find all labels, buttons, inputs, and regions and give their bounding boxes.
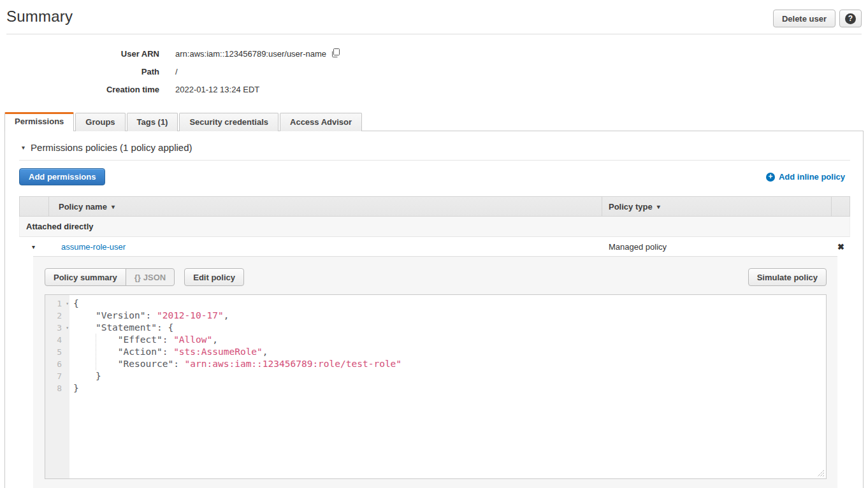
policy-summary-button[interactable]: Policy summary [45, 268, 126, 286]
expander-column-header [20, 197, 48, 216]
sort-caret-icon: ▾ [112, 203, 115, 210]
info-row-user-arn: User ARN arn:aws:iam::123456789:user/use… [0, 45, 868, 62]
policy-type-header-label: Policy type [609, 202, 653, 212]
simulate-policy-button[interactable]: Simulate policy [748, 268, 827, 286]
policy-detail-toolbar: Policy summary {} JSON Edit policy Simul… [45, 268, 827, 286]
editor-resize-handle-icon[interactable] [817, 470, 825, 477]
policy-actions-row: Add permissions + Add inline policy [19, 168, 845, 185]
add-permissions-button[interactable]: Add permissions [19, 168, 105, 185]
path-value: / [175, 67, 178, 76]
json-braces-icon: {} [134, 273, 141, 282]
plus-circle-icon: + [766, 173, 775, 182]
gutter-line: 6 [45, 358, 69, 370]
user-arn-value: arn:aws:iam::123456789:user/user-name [175, 48, 340, 59]
code-line: "Statement": { [73, 322, 826, 334]
editor-code-lines: { "Version": "2012-10-17", "Statement": … [69, 295, 826, 478]
gutter-line: 3▾ [45, 322, 69, 334]
table-header-row: Policy name ▾ Policy type ▾ [19, 196, 850, 217]
policy-type-cell: Managed policy [602, 242, 832, 252]
user-arn-label: User ARN [0, 49, 159, 59]
policy-name-header-label: Policy name [59, 202, 107, 212]
help-button[interactable]: ? [839, 10, 862, 27]
info-row-path: Path / [0, 62, 868, 80]
attached-policies-table: Policy name ▾ Policy type ▾ Attached dir… [19, 196, 850, 488]
row-expander-caret-icon[interactable]: ▾ [19, 243, 48, 250]
code-line: { [73, 298, 826, 310]
indent-guide [96, 334, 96, 370]
code-line: "Action": "sts:AssumeRole", [73, 346, 826, 358]
path-label: Path [0, 67, 159, 76]
header-actions: Delete user ? [773, 8, 862, 27]
page-header: Summary Delete user ? [0, 0, 868, 31]
user-info-section: User ARN arn:aws:iam::123456789:user/use… [0, 45, 868, 98]
policy-type-column-header[interactable]: Policy type ▾ [602, 197, 831, 216]
editor-gutter: 1▾23▾45678 [45, 295, 69, 478]
tab-permissions[interactable]: Permissions [4, 112, 74, 131]
user-arn-text: arn:aws:iam::123456789:user/user-name [175, 49, 326, 59]
group-row-label: Attached directly [26, 222, 93, 231]
actions-column-header [831, 197, 850, 216]
tab-groups[interactable]: Groups [75, 113, 125, 131]
detach-policy-x-icon[interactable]: ✖ [837, 242, 844, 252]
policy-name-cell: assume-role-user [48, 242, 602, 252]
add-inline-policy-label: Add inline policy [779, 172, 845, 182]
edit-policy-button[interactable]: Edit policy [184, 268, 244, 286]
add-inline-policy-link[interactable]: + Add inline policy [766, 172, 845, 182]
tab-access-advisor[interactable]: Access Advisor [280, 113, 362, 131]
policy-name-link[interactable]: assume-role-user [57, 242, 126, 252]
fold-caret-icon[interactable]: ▾ [66, 298, 69, 310]
code-line: "Resource": "arn:aws:iam::123456789:role… [73, 358, 826, 370]
iam-user-summary-page: Summary Delete user ? User ARN arn:aws:i… [0, 0, 868, 488]
code-line: } [73, 382, 826, 394]
creation-time-label: Creation time [0, 85, 159, 94]
policy-name-column-header[interactable]: Policy name ▾ [48, 197, 602, 216]
json-button-label: JSON [143, 273, 166, 282]
fold-caret-icon[interactable]: ▾ [66, 322, 69, 334]
collapse-caret-icon: ▾ [22, 144, 25, 151]
policy-json-editor[interactable]: 1▾23▾45678 { "Version": "2012-10-17", "S… [45, 294, 827, 479]
question-mark-icon: ? [845, 13, 856, 24]
header-divider [6, 34, 862, 34]
permissions-policies-title: Permissions policies (1 policy applied) [31, 142, 192, 153]
gutter-line: 5 [45, 346, 69, 358]
code-line: } [73, 370, 826, 382]
tab-tags[interactable]: Tags (1) [127, 113, 178, 131]
delete-user-button[interactable]: Delete user [773, 10, 835, 27]
code-line: "Effect": "Allow", [73, 334, 826, 346]
table-row-assume-role-user: ▾ assume-role-user Managed policy ✖ [19, 237, 850, 256]
copy-icon[interactable] [331, 48, 340, 59]
gutter-line: 4 [45, 334, 69, 346]
info-row-creation-time: Creation time 2022-01-12 13:24 EDT [0, 80, 868, 98]
policy-detail-expanded-area: Policy summary {} JSON Edit policy Simul… [33, 256, 837, 488]
section-divider [19, 160, 850, 161]
attached-directly-group-row: Attached directly [19, 217, 850, 237]
creation-time-value: 2022-01-12 13:24 EDT [175, 85, 259, 94]
code-line: "Version": "2012-10-17", [73, 310, 826, 322]
view-toggle-group: Policy summary {} JSON [45, 268, 175, 286]
gutter-line: 8 [45, 382, 69, 394]
permissions-tab-panel: ▾ Permissions policies (1 policy applied… [4, 131, 864, 488]
gutter-line: 1▾ [45, 298, 69, 310]
tab-bar: Permissions Groups Tags (1) Security cre… [0, 112, 868, 131]
gutter-line: 2 [45, 310, 69, 322]
json-view-button[interactable]: {} JSON [126, 268, 175, 286]
detach-policy-cell: ✖ [832, 242, 850, 252]
permissions-policies-section-header[interactable]: ▾ Permissions policies (1 policy applied… [5, 131, 863, 153]
tab-security-credentials[interactable]: Security credentials [179, 113, 278, 131]
page-title: Summary [6, 8, 73, 25]
sort-caret-icon: ▾ [657, 203, 660, 210]
gutter-line: 7 [45, 370, 69, 382]
